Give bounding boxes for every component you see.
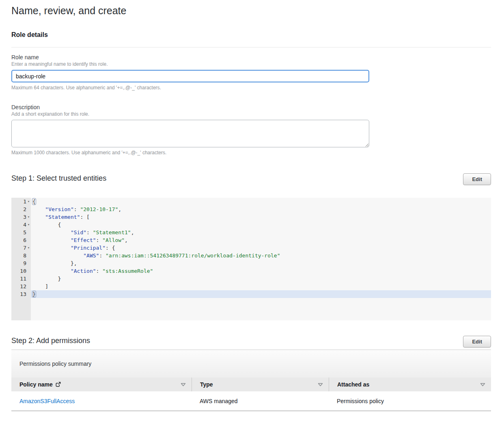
fold-arrow-icon[interactable]: ▾ [26, 221, 31, 229]
editor-code-line[interactable]: "Action": "sts:AssumeRole" [31, 267, 491, 275]
column-label: Type [200, 381, 213, 388]
policy-name-link[interactable]: AmazonS3FullAccess [19, 398, 75, 404]
column-filter-icon[interactable] [181, 381, 186, 388]
role-name-constraint: Maximum 64 characters. Use alphanumeric … [11, 85, 491, 91]
attached-as-cell: Permissions policy [329, 398, 491, 404]
page-title: Name, review, and create [11, 5, 491, 17]
step1-heading: Step 1: Select trusted entities [11, 173, 106, 183]
editor-line[interactable]: 5 "Sid": "Statement1", [11, 229, 491, 236]
editor-line[interactable]: 13} [11, 290, 491, 298]
editor-line-number: 4▾ [11, 221, 31, 229]
editor-line[interactable]: 10 "Action": "sts:AssumeRole" [11, 267, 491, 275]
column-filter-icon[interactable] [480, 381, 485, 388]
editor-line-number: 10 [11, 267, 31, 275]
external-link-icon [56, 382, 61, 388]
editor-line-number: 12 [11, 283, 31, 290]
description-textarea[interactable] [11, 120, 369, 147]
editor-code-line[interactable]: } [31, 290, 491, 298]
permissions-policy-summary-panel: Permissions policy summary Policy name [11, 350, 491, 411]
role-name-field-group: Role name Enter a meaningful name to ide… [11, 54, 491, 91]
editor-code-line[interactable]: "Principal": { [31, 244, 491, 252]
editor-code-line[interactable]: { [31, 198, 491, 205]
editor-line[interactable]: 11 } [11, 275, 491, 283]
fold-arrow-icon[interactable]: ▾ [26, 244, 31, 252]
role-details-heading: Role details [11, 31, 491, 39]
editor-line[interactable]: 3▾ "Statement": [ [11, 213, 491, 221]
editor-code-line[interactable]: }, [31, 259, 491, 267]
editor-line[interactable]: 12 ] [11, 283, 491, 290]
editor-line-number: 3▾ [11, 213, 31, 221]
description-constraint: Maximum 1000 characters. Use alphanumeri… [11, 150, 491, 155]
trust-policy-editor[interactable]: 1▾{2 "Version": "2012-10-17",3▾ "Stateme… [11, 198, 491, 320]
fold-arrow-icon[interactable]: ▾ [26, 213, 31, 221]
step1-edit-button[interactable]: Edit [463, 173, 491, 185]
policy-name-cell: AmazonS3FullAccess [11, 398, 192, 404]
editor-code-line[interactable]: "Sid": "Statement1", [31, 229, 491, 236]
editor-line-number: 1▾ [11, 198, 31, 205]
editor-code-line[interactable]: "Effect": "Allow", [31, 236, 491, 244]
editor-line[interactable]: 2 "Version": "2012-10-17", [11, 205, 491, 213]
column-filter-icon[interactable] [318, 381, 323, 388]
editor-code-line[interactable]: } [31, 275, 491, 283]
editor-code-line[interactable]: "AWS": "arn:aws:iam::541263489771:role/w… [31, 252, 491, 259]
role-name-input[interactable] [11, 70, 369, 82]
step2-header-row: Step 2: Add permissions Edit [11, 336, 491, 348]
fold-arrow-icon[interactable]: ▾ [26, 198, 31, 205]
policy-type-cell: AWS managed [192, 398, 329, 404]
editor-line-number: 6 [11, 236, 31, 244]
editor-code-line[interactable]: "Statement": [ [31, 213, 491, 221]
editor-code-line[interactable]: { [31, 221, 491, 229]
role-name-label: Role name [11, 54, 491, 60]
editor-line[interactable]: 8 "AWS": "arn:aws:iam::541263489771:role… [11, 252, 491, 259]
editor-line-number: 9 [11, 259, 31, 267]
column-header-type[interactable]: Type [192, 378, 329, 391]
step2-edit-button[interactable]: Edit [463, 336, 491, 348]
column-header-attached-as[interactable]: Attached as [329, 378, 491, 391]
step2-heading: Step 2: Add permissions [11, 336, 90, 345]
editor-line[interactable]: 1▾{ [11, 198, 491, 205]
description-hint: Add a short explanation for this role. [11, 111, 491, 117]
step1-header-row: Step 1: Select trusted entities Edit [11, 173, 491, 185]
description-label: Description [11, 104, 491, 110]
permissions-table-header: Policy name Type [11, 378, 491, 391]
table-row: AmazonS3FullAccess AWS managed Permissio… [11, 391, 491, 411]
role-name-hint: Enter a meaningful name to identify this… [11, 61, 491, 67]
editor-line[interactable]: 7▾ "Principal": { [11, 244, 491, 252]
editor-line-number: 11 [11, 275, 31, 283]
editor-line[interactable]: 6 "Effect": "Allow", [11, 236, 491, 244]
editor-line-number: 2 [11, 205, 31, 213]
column-label: Policy name [19, 381, 53, 388]
editor-line-number: 13 [11, 290, 31, 298]
description-field-group: Description Add a short explanation for … [11, 104, 491, 155]
editor-code-line[interactable]: ] [31, 283, 491, 290]
editor-line-number: 7▾ [11, 244, 31, 252]
divider [11, 47, 491, 47]
permissions-panel-title: Permissions policy summary [11, 350, 491, 378]
editor-line[interactable]: 9 }, [11, 259, 491, 267]
column-label: Attached as [337, 381, 369, 388]
editor-line-number: 5 [11, 229, 31, 236]
column-header-policy-name[interactable]: Policy name [11, 378, 192, 391]
editor-line-number: 8 [11, 252, 31, 259]
editor-line[interactable]: 4▾ { [11, 221, 491, 229]
editor-code-line[interactable]: "Version": "2012-10-17", [31, 205, 491, 213]
policy-editor-lines: 1▾{2 "Version": "2012-10-17",3▾ "Stateme… [11, 198, 491, 298]
